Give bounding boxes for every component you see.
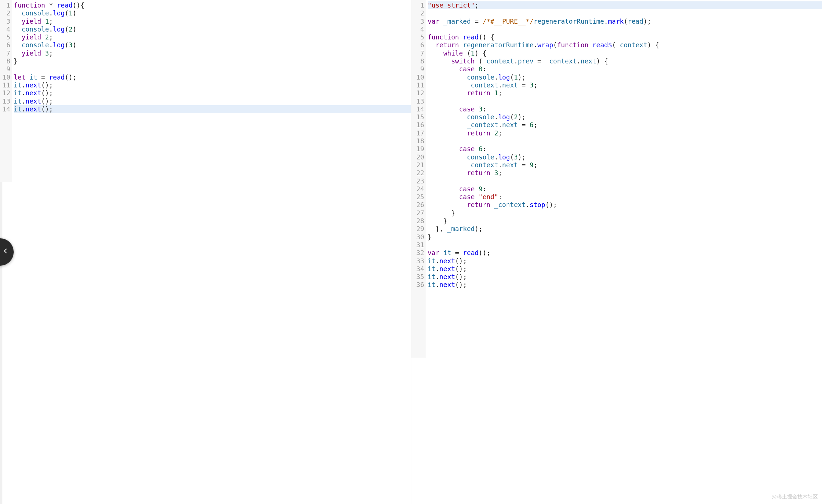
- line-number: 12: [1, 89, 10, 97]
- line-number: 25: [412, 193, 424, 201]
- code-line[interactable]: it.next();: [428, 281, 822, 289]
- code-line[interactable]: var _marked = /*#__PURE__*/regeneratorRu…: [428, 17, 822, 25]
- line-number: 23: [412, 177, 424, 185]
- line-number: 8: [1, 57, 10, 65]
- line-number: 5: [412, 33, 424, 41]
- code-line[interactable]: case 3:: [428, 105, 822, 113]
- line-number: 6: [1, 41, 10, 49]
- code-line[interactable]: case "end":: [428, 193, 822, 201]
- code-line[interactable]: it.next();: [428, 273, 822, 281]
- code-line[interactable]: "use strict";: [428, 1, 822, 9]
- line-number: 10: [1, 73, 10, 81]
- code-line[interactable]: [428, 9, 822, 17]
- code-line[interactable]: return _context.stop();: [428, 201, 822, 209]
- code-line[interactable]: it.next();: [14, 105, 411, 113]
- line-number-gutter: 1234567891011121314: [0, 0, 12, 182]
- source-code-area[interactable]: function * read(){ console.log(1) yield …: [12, 0, 411, 182]
- line-number: 31: [412, 241, 424, 249]
- code-line[interactable]: case 0:: [428, 65, 822, 73]
- line-number: 3: [412, 17, 424, 25]
- line-number: 20: [412, 153, 424, 161]
- code-line[interactable]: }: [428, 217, 822, 225]
- code-line[interactable]: }: [14, 57, 411, 65]
- code-line[interactable]: console.log(2): [14, 25, 411, 33]
- code-line[interactable]: [14, 65, 411, 73]
- line-number: 30: [412, 233, 424, 241]
- line-number: 12: [412, 89, 424, 97]
- compiled-code-area[interactable]: "use strict"; var _marked = /*#__PURE__*…: [426, 0, 822, 358]
- line-number: 2: [1, 9, 10, 17]
- line-number: 22: [412, 169, 424, 177]
- code-line[interactable]: it.next();: [428, 257, 822, 265]
- watermark-label: @稀土掘金技术社区: [772, 493, 818, 501]
- line-number: 21: [412, 161, 424, 169]
- code-line[interactable]: [428, 177, 822, 185]
- code-line[interactable]: _context.next = 3;: [428, 81, 822, 89]
- line-number: 14: [1, 105, 10, 113]
- line-number: 9: [412, 65, 424, 73]
- code-line[interactable]: case 6:: [428, 145, 822, 153]
- line-number: 10: [412, 73, 424, 81]
- editor-split-view: 1234567891011121314 function * read(){ c…: [0, 0, 822, 504]
- code-line[interactable]: [428, 137, 822, 145]
- line-number: 7: [412, 49, 424, 57]
- code-line[interactable]: switch (_context.prev = _context.next) {: [428, 57, 822, 65]
- line-number: 13: [412, 97, 424, 105]
- code-line[interactable]: return regeneratorRuntime.wrap(function …: [428, 41, 822, 49]
- line-number: 34: [412, 265, 424, 273]
- code-line[interactable]: it.next();: [14, 97, 411, 105]
- line-number: 24: [412, 185, 424, 193]
- line-number: 2: [412, 9, 424, 17]
- code-line[interactable]: it.next();: [14, 81, 411, 89]
- line-number: 4: [412, 25, 424, 33]
- code-line[interactable]: [428, 25, 822, 33]
- code-line[interactable]: yield 3;: [14, 49, 411, 57]
- line-number: 15: [412, 113, 424, 121]
- line-number: 16: [412, 121, 424, 129]
- code-line[interactable]: return 3;: [428, 169, 822, 177]
- code-line[interactable]: console.log(1): [14, 9, 411, 17]
- line-number: 11: [412, 81, 424, 89]
- line-number: 36: [412, 281, 424, 289]
- code-line[interactable]: return 1;: [428, 89, 822, 97]
- line-number: 7: [1, 49, 10, 57]
- line-number: 32: [412, 249, 424, 257]
- line-number: 8: [412, 57, 424, 65]
- code-line[interactable]: function * read(){: [14, 1, 411, 9]
- code-line[interactable]: console.log(3): [14, 41, 411, 49]
- left-editor-panel[interactable]: 1234567891011121314 function * read(){ c…: [0, 0, 411, 504]
- code-line[interactable]: var it = read();: [428, 249, 822, 257]
- code-line[interactable]: console.log(2);: [428, 113, 822, 121]
- code-line[interactable]: _context.next = 6;: [428, 121, 822, 129]
- code-line[interactable]: yield 1;: [14, 17, 411, 25]
- code-line[interactable]: it.next();: [428, 265, 822, 273]
- line-number: 27: [412, 209, 424, 217]
- right-editor-panel[interactable]: 1234567891011121314151617181920212223242…: [411, 0, 822, 504]
- code-line[interactable]: _context.next = 9;: [428, 161, 822, 169]
- line-number: 26: [412, 201, 424, 209]
- line-number: 28: [412, 217, 424, 225]
- code-line[interactable]: function read() {: [428, 33, 822, 41]
- code-line[interactable]: while (1) {: [428, 49, 822, 57]
- code-line[interactable]: [428, 241, 822, 249]
- code-line[interactable]: yield 2;: [14, 33, 411, 41]
- code-line[interactable]: return 2;: [428, 129, 822, 137]
- line-number: 3: [1, 17, 10, 25]
- code-line[interactable]: }: [428, 209, 822, 217]
- code-line[interactable]: }: [428, 233, 822, 241]
- line-number: 13: [1, 97, 10, 105]
- code-line[interactable]: console.log(3);: [428, 153, 822, 161]
- line-number-gutter: 1234567891011121314151617181920212223242…: [411, 0, 426, 358]
- chevron-left-icon: [2, 248, 9, 256]
- code-line[interactable]: console.log(1);: [428, 73, 822, 81]
- code-line[interactable]: case 9:: [428, 185, 822, 193]
- code-line[interactable]: let it = read();: [14, 73, 411, 81]
- code-line[interactable]: it.next();: [14, 89, 411, 97]
- line-number: 29: [412, 225, 424, 233]
- line-number: 14: [412, 105, 424, 113]
- code-line[interactable]: [428, 97, 822, 105]
- line-number: 18: [412, 137, 424, 145]
- code-line[interactable]: }, _marked);: [428, 225, 822, 233]
- line-number: 5: [1, 33, 10, 41]
- line-number: 35: [412, 273, 424, 281]
